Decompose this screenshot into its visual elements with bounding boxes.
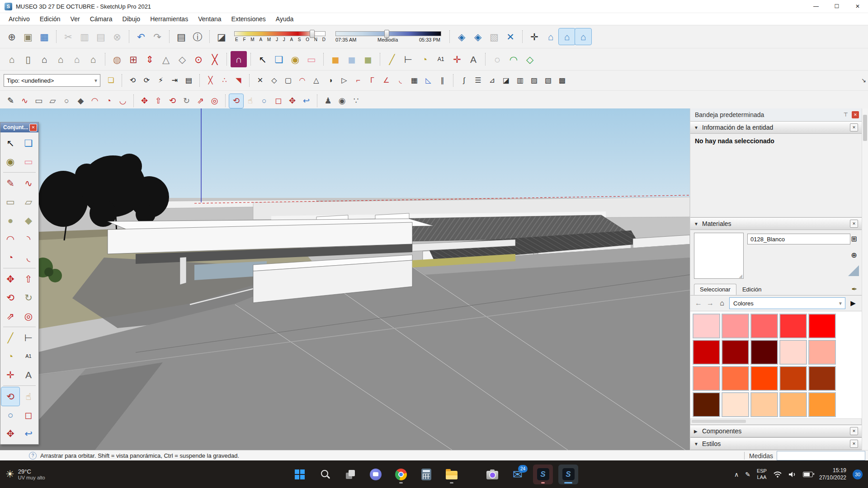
delete-icon[interactable]: ⊗: [109, 28, 125, 45]
wedge-tool-icon[interactable]: ◺: [421, 74, 435, 88]
calculator-button[interactable]: [416, 465, 436, 484]
half-sphere-icon[interactable]: ◑: [323, 74, 337, 88]
menu-item-cámara[interactable]: Cámara: [85, 15, 118, 23]
side-view-house-icon[interactable]: ▯: [20, 51, 36, 67]
walk-icon[interactable]: ∵: [349, 94, 363, 108]
extrude-box-icon[interactable]: ▷: [337, 74, 351, 88]
model-info-icon[interactable]: ⓘ: [189, 28, 206, 45]
3d-viewport[interactable]: [0, 108, 690, 450]
position-camera-icon[interactable]: ♟: [321, 94, 335, 108]
move-tool[interactable]: ✥: [1, 270, 19, 288]
add-location-icon[interactable]: ◌: [489, 51, 505, 67]
toposhaper-icon[interactable]: ◍: [109, 51, 125, 67]
wifi-icon[interactable]: [773, 471, 782, 478]
standard-view-icon-1[interactable]: ⌂: [559, 28, 575, 45]
color-swatch[interactable]: [808, 314, 836, 338]
three-point-arc-tool[interactable]: ◟: [19, 248, 38, 267]
protractor-icon[interactable]: ◔: [416, 51, 433, 67]
push-pull-tool[interactable]: ⇧: [19, 270, 38, 288]
circle-tool[interactable]: ●: [1, 211, 19, 230]
classifier-tag-icon[interactable]: ❏: [104, 74, 118, 88]
back-arrow-icon[interactable]: ←: [694, 299, 703, 307]
axes-tool[interactable]: ✛: [1, 366, 19, 384]
hatch-45-icon[interactable]: ▨: [527, 74, 541, 88]
tape-measure-tool[interactable]: ╱: [1, 328, 19, 347]
swatch-horizontal-scrollbar[interactable]: [690, 418, 862, 425]
pin-icon[interactable]: ⊤: [844, 112, 848, 118]
menu-item-extensiones[interactable]: Extensiones: [226, 15, 271, 23]
forward-arrow-icon[interactable]: →: [706, 299, 715, 307]
offset-icon[interactable]: ◎: [208, 94, 222, 108]
sketchup-window-button[interactable]: S: [533, 465, 553, 484]
standard-view-icon-2[interactable]: ⌂: [575, 28, 591, 45]
pen-icon[interactable]: ✎: [745, 471, 750, 478]
rotate-icon[interactable]: ⟲: [165, 94, 179, 108]
mail-button[interactable]: ✉24: [508, 465, 528, 484]
styles-header[interactable]: ▼ Estilos ✕: [690, 437, 862, 450]
dimension-icon[interactable]: ⊢: [400, 51, 416, 67]
color-swatch[interactable]: [808, 392, 836, 417]
parallel-lines-icon[interactable]: ∥: [435, 74, 449, 88]
time-gradient-bar[interactable]: [335, 31, 441, 36]
resize-corner-icon[interactable]: ◢: [739, 273, 742, 278]
panel-scrollbar[interactable]: [862, 108, 868, 450]
stamp-icon[interactable]: △: [158, 51, 174, 67]
secondary-pane-toggle-icon[interactable]: ⊞: [849, 234, 859, 244]
3d-text-tool[interactable]: A: [19, 366, 38, 384]
shape-hexagon-icon[interactable]: ◇: [267, 74, 281, 88]
weld-edges-icon[interactable]: ✕: [253, 74, 267, 88]
top-view-house-icon[interactable]: ⌂: [52, 51, 69, 67]
entity-info-close-icon[interactable]: ✕: [850, 123, 858, 131]
collection-dropdown[interactable]: Colores ▼: [729, 297, 845, 309]
face-tool-icon[interactable]: ▢: [281, 74, 295, 88]
chrome-button[interactable]: [391, 465, 411, 484]
material-name-input[interactable]: [747, 234, 850, 244]
pie-icon[interactable]: ◔: [102, 94, 116, 108]
text-label-icon[interactable]: A1: [433, 51, 449, 67]
eraser-tool[interactable]: ▭: [19, 152, 38, 171]
maximize-button[interactable]: ☐: [826, 0, 847, 13]
previous-view-icon[interactable]: ↩: [299, 94, 313, 108]
color-swatch[interactable]: [722, 314, 749, 338]
fan-fold-icon[interactable]: ◥: [231, 74, 245, 88]
paint-bucket-icon[interactable]: ◉: [287, 51, 303, 67]
color-swatch[interactable]: [693, 392, 720, 417]
text-tool[interactable]: A1: [19, 347, 38, 366]
freehand-tool[interactable]: ∿: [19, 174, 38, 192]
eraser-icon[interactable]: ▭: [303, 51, 320, 67]
start-button[interactable]: [290, 465, 310, 484]
zoom-icon[interactable]: ○: [257, 94, 271, 108]
bezier-curve-icon[interactable]: ◠: [295, 74, 309, 88]
palette-close-icon[interactable]: ✕: [29, 124, 37, 131]
scrollbar-thumb[interactable]: [863, 115, 867, 141]
export-icon[interactable]: ⇥: [168, 74, 182, 88]
tape-measure-icon[interactable]: ╱: [384, 51, 400, 67]
color-swatch[interactable]: [693, 366, 720, 391]
orbit-icon[interactable]: ⟲: [229, 94, 243, 108]
select-arrow-icon[interactable]: ↖: [255, 51, 271, 67]
pan-icon[interactable]: ☝: [243, 94, 257, 108]
shadow-date-slider[interactable]: EFMAMJJASOND: [234, 31, 326, 42]
tray-close-icon[interactable]: ✕: [852, 111, 859, 118]
arc-tool[interactable]: ◠: [1, 230, 19, 248]
styles-close-icon[interactable]: ✕: [850, 440, 858, 448]
components-gray-icon[interactable]: ▧: [486, 28, 502, 45]
round-corner-icon[interactable]: ⌐: [351, 74, 365, 88]
iso-view-house-icon[interactable]: ⌂: [4, 51, 20, 67]
follow-me-tool[interactable]: ↻: [19, 288, 38, 307]
push-pull-icon[interactable]: ⇧: [151, 94, 165, 108]
panel-stack-icon[interactable]: ☰: [471, 74, 485, 88]
section-view-icon[interactable]: ⌂: [542, 28, 559, 45]
material-cube-green-icon[interactable]: ◼: [360, 51, 376, 67]
two-point-arc-tool[interactable]: ◝: [19, 230, 38, 248]
pan-tool[interactable]: ☝: [19, 387, 38, 406]
undo-icon[interactable]: ↶: [133, 28, 149, 45]
scrollbar-thumb[interactable]: [692, 420, 746, 423]
freehand-icon[interactable]: ∿: [18, 94, 32, 108]
sharp-corner-icon[interactable]: Γ: [365, 74, 379, 88]
rectangle-tool[interactable]: ▭: [1, 192, 19, 211]
soap-skin-icon[interactable]: ◇: [522, 51, 538, 67]
menu-item-ayuda[interactable]: Ayuda: [271, 15, 298, 23]
zoom-extents-icon[interactable]: ✥: [285, 94, 299, 108]
sample-paint-triangle-icon[interactable]: [848, 265, 859, 276]
